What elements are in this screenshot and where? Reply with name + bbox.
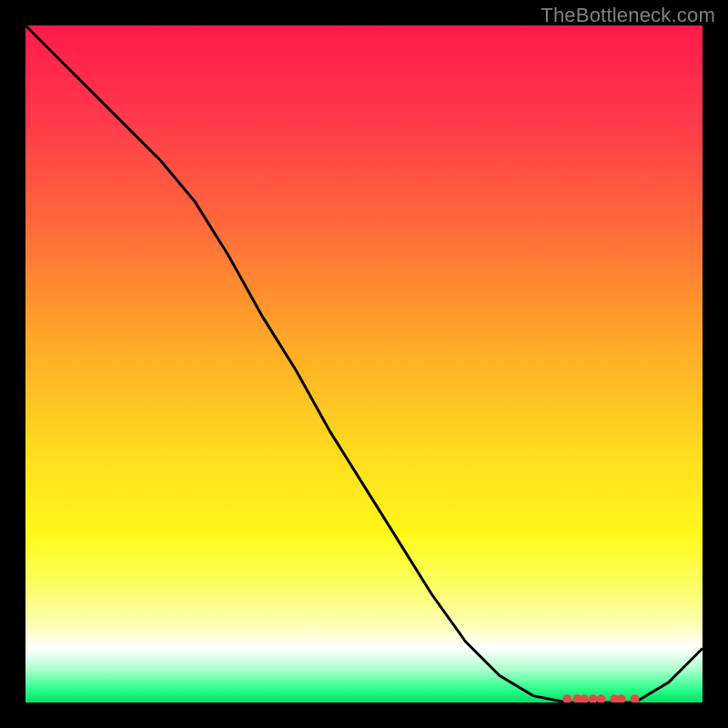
marker-point (562, 694, 571, 703)
marker-point (596, 694, 605, 703)
marker-point (589, 694, 598, 703)
main-curve (25, 25, 703, 703)
line-series (25, 25, 703, 703)
watermark-label: TheBottleneck.com (541, 4, 715, 27)
marker-point (617, 694, 626, 703)
chart-svg (25, 25, 703, 703)
marker-point (631, 694, 640, 703)
plot-area (25, 25, 703, 703)
marker-point (580, 694, 589, 703)
chart-frame: TheBottleneck.com (0, 0, 728, 728)
